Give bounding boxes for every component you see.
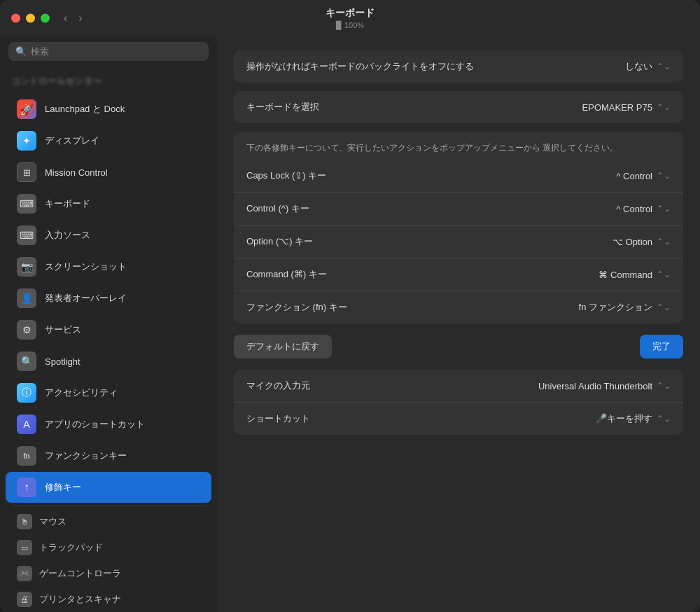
keyboard-select-value-text: EPOMAKER P75 (582, 102, 652, 113)
appshortcuts-label: アプリのショートカット (45, 418, 145, 431)
command-label: Command (⌘) キー (246, 268, 598, 281)
shortcut-value-text: 🎤キーを押す (596, 412, 652, 425)
spotlight-icon: 🔍 (17, 352, 36, 371)
service-label: サービス (45, 324, 81, 336)
capslock-stepper: ⌃⌄ (657, 171, 671, 181)
reset-button[interactable]: デフォルトに戻す (234, 335, 332, 359)
mic-value[interactable]: Universal Audio Thunderbolt ⌃⌄ (538, 381, 671, 391)
control-stepper: ⌃⌄ (657, 204, 671, 214)
shortcut-row: ショートカット 🎤キーを押す ⌃⌄ (234, 402, 683, 435)
mic-row: マイクの入力元 Universal Audio Thunderbolt ⌃⌄ (234, 370, 683, 402)
modifier-row-option: Option (⌥) キー ⌥ Option ⌃⌄ (234, 225, 683, 258)
sidebar-item-presenter[interactable]: 👤 発表者オーバーレイ (6, 283, 211, 314)
gamecontroller-label: ゲームコントローラ (39, 567, 121, 580)
modifier-row-capslock: Caps Lock (⇪) キー ^ Control ⌃⌄ (234, 160, 683, 192)
fnkeys-label: ファンクションキー (45, 450, 127, 462)
sidebar-item-mission[interactable]: ⊞ Mission Control (6, 157, 211, 188)
search-wrapper[interactable]: 🔍 (8, 42, 209, 61)
keyboard-select-label: キーボードを選択 (246, 101, 582, 113)
sidebar-blurred-item: コントロールセンター (0, 69, 217, 93)
search-input[interactable] (31, 46, 202, 57)
backlight-value-text: しない (625, 60, 652, 73)
backlight-value[interactable]: しない ⌃⌄ (625, 60, 671, 73)
function-stepper: ⌃⌄ (657, 302, 671, 312)
printer-icon: 🖨 (17, 592, 32, 607)
sidebar-item-service[interactable]: ⚙ サービス (6, 314, 211, 345)
sidebar-item-keyboard[interactable]: ⌨ キーボード (6, 188, 211, 219)
option-value-text: ⌥ Option (612, 237, 652, 247)
backlight-row: 操作がなければキーボードのバックライトをオフにする しない ⌃⌄ (234, 50, 683, 83)
sidebar-item-fnkeys[interactable]: fn ファンクションキー (6, 440, 211, 471)
option-label: Option (⌥) キー (246, 235, 612, 248)
mouse-label: マウス (39, 515, 66, 528)
shortcut-value[interactable]: 🎤キーを押す ⌃⌄ (596, 412, 671, 425)
command-value[interactable]: ⌘ Command ⌃⌄ (598, 270, 671, 280)
input-icon: ⌨ (17, 225, 36, 245)
back-button[interactable]: ‹ (59, 11, 71, 26)
sidebar-item-trackpad[interactable]: ▭ トラックパッド (6, 535, 211, 560)
modifier-row-control: Control (^) キー ^ Control ⌃⌄ (234, 192, 683, 225)
printer-label: プリンタとスキャナ (39, 593, 121, 606)
minimize-button[interactable] (26, 14, 35, 23)
presenter-label: 発表者オーバーレイ (45, 292, 127, 305)
sidebar-divider (11, 506, 206, 506)
function-value[interactable]: fn ファンクション ⌃⌄ (579, 301, 671, 314)
sidebar-item-appshortcuts[interactable]: A アプリのショートカット (6, 409, 211, 440)
launchpad-label: Launchpad と Dock (45, 103, 125, 116)
search-bar: 🔍 (0, 36, 217, 67)
sidebar-item-input[interactable]: ⌨ 入力ソース (6, 220, 211, 251)
backlight-label: 操作がなければキーボードのバックライトをオフにする (246, 60, 625, 73)
launchpad-icon: 🚀 (17, 99, 36, 119)
window-subtitle: ▉ 100% (336, 21, 364, 30)
sidebar-item-display[interactable]: ✦ ディスプレイ (6, 125, 211, 156)
control-value[interactable]: ^ Control ⌃⌄ (616, 204, 671, 214)
sidebar: 🔍 コントロールセンター 🚀 Launchpad と Dock ✦ ディスプレイ (0, 36, 217, 612)
presenter-icon: 👤 (17, 288, 36, 308)
function-label: ファンクション (fn) キー (246, 301, 579, 314)
sidebar-item-accessibility[interactable]: ⓘ アクセシビリティ (6, 377, 211, 408)
sidebar-list: コントロールセンター 🚀 Launchpad と Dock ✦ ディスプレイ ⊞… (0, 67, 217, 612)
shortcut-label: ショートカット (246, 412, 596, 425)
sidebar-item-gamecontroller[interactable]: 🎮 ゲームコントローラ (6, 561, 211, 586)
accessibility-icon: ⓘ (17, 383, 36, 403)
sidebar-item-modifier[interactable]: ↑ 修飾キー (6, 472, 211, 503)
option-stepper: ⌃⌄ (657, 237, 671, 246)
traffic-lights (11, 14, 50, 23)
battery-icon: ▉ (336, 21, 342, 30)
titlebar: ‹ › キーボード ▉ 100% (0, 0, 700, 36)
trackpad-icon: ▭ (17, 540, 32, 555)
modifier-section: 下の各修飾キーについて、実行したいアクションをポップアップメニューから 選択して… (234, 132, 683, 324)
main-content: 🔍 コントロールセンター 🚀 Launchpad と Dock ✦ ディスプレイ (0, 36, 700, 612)
sidebar-item-spotlight[interactable]: 🔍 Spotlight (6, 346, 211, 377)
fullscreen-button[interactable] (41, 14, 50, 23)
sidebar-item-screenshot[interactable]: 📷 スクリーンショット (6, 251, 211, 282)
command-value-text: ⌘ Command (598, 270, 652, 280)
function-value-text: fn ファンクション (579, 301, 652, 314)
accessibility-label: アクセシビリティ (45, 387, 118, 399)
mission-label: Mission Control (45, 167, 108, 178)
modifier-row-command: Command (⌘) キー ⌘ Command ⌃⌄ (234, 258, 683, 291)
sidebar-item-launchpad[interactable]: 🚀 Launchpad と Dock (6, 94, 211, 125)
forward-button[interactable]: › (74, 11, 86, 26)
display-icon: ✦ (17, 131, 36, 151)
modifier-row-function: ファンクション (fn) キー fn ファンクション ⌃⌄ (234, 291, 683, 324)
close-button[interactable] (11, 14, 20, 23)
mic-label: マイクの入力元 (246, 380, 538, 392)
keyboard-select-value[interactable]: EPOMAKER P75 ⌃⌄ (582, 102, 671, 113)
titlebar-title: キーボード ▉ 100% (326, 7, 374, 30)
gamecontroller-icon: 🎮 (17, 566, 32, 581)
modifier-desc: 下の各修飾キーについて、実行したいアクションをポップアップメニューから 選択して… (234, 132, 683, 160)
option-value[interactable]: ⌥ Option ⌃⌄ (612, 237, 671, 247)
capslock-value[interactable]: ^ Control ⌃⌄ (616, 171, 671, 181)
mic-value-text: Universal Audio Thunderbolt (538, 381, 652, 391)
backlight-stepper-icon: ⌃⌄ (657, 62, 671, 71)
control-label: Control (^) キー (246, 202, 616, 215)
trackpad-label: トラックパッド (39, 541, 103, 554)
input-label: 入力ソース (45, 229, 90, 242)
keyboard-label: キーボード (45, 197, 90, 210)
done-button[interactable]: 完了 (640, 335, 683, 359)
sidebar-item-mouse[interactable]: 🖱 マウス (6, 509, 211, 534)
sidebar-item-printer[interactable]: 🖨 プリンタとスキャナ (6, 587, 211, 612)
service-icon: ⚙ (17, 320, 36, 340)
screenshot-label: スクリーンショット (45, 260, 127, 273)
